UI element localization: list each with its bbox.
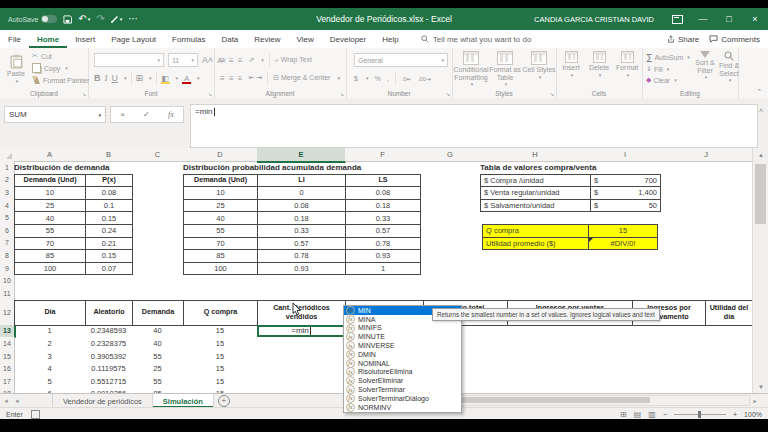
table-cell[interactable]: 0.08 [86, 187, 133, 200]
increase-decimal-icon[interactable]: .0↞ [402, 75, 412, 82]
fill-color-icon[interactable]: ◧ [161, 74, 170, 83]
row-header-5[interactable]: 5 [0, 211, 15, 225]
sim-data-cell[interactable]: 0.2328375 [85, 337, 132, 350]
confirm-entry-button[interactable]: ✓ [143, 110, 150, 119]
row-header-16[interactable]: 16 [0, 362, 15, 376]
formula-bar-collapse-button[interactable]: ˄ [759, 107, 763, 114]
vertical-scroll-thumb[interactable] [755, 164, 766, 224]
autocomplete-item-minute[interactable]: fxMINUTE [344, 332, 461, 341]
pen-button[interactable]: ▾ [111, 15, 123, 23]
ribbon-tab-page-layout[interactable]: Page Layout [103, 30, 164, 48]
sim-header-cell[interactable]: Aleatorio [86, 301, 133, 326]
italic-button[interactable]: I [105, 73, 108, 83]
table-cell[interactable]: 0.33 [258, 225, 346, 238]
row-header-3[interactable]: 3 [0, 186, 15, 200]
clipboard-dialog-launcher[interactable]: ↘ [82, 91, 86, 97]
sim-data-cell[interactable]: 0.2348593 [85, 325, 132, 338]
orientation-icon[interactable]: ⇗ [248, 56, 254, 64]
table-cell[interactable]: 0.33 [346, 212, 421, 225]
row-header-6[interactable]: 6 [0, 224, 15, 238]
insert-function-button[interactable]: fx [168, 110, 174, 119]
align-horizontal-icons[interactable]: ≡ ≡ ≡ [220, 74, 243, 83]
table-cell[interactable]: 0.18 [346, 200, 421, 213]
table-cell[interactable]: 85 [184, 250, 258, 263]
sim-data-cell[interactable]: 15 [183, 362, 257, 375]
clear-button[interactable]: ◆Clear▾ [646, 76, 690, 84]
insert-cells-button[interactable]: Insert▾ [558, 51, 584, 78]
sim-data-cell[interactable]: 1 [14, 325, 85, 338]
minimize-button[interactable]: — [690, 8, 716, 30]
underline-button[interactable]: U [112, 73, 119, 83]
row-header-11[interactable]: 11 [0, 287, 15, 301]
sim-data-cell[interactable]: 15 [183, 350, 257, 363]
table-cell[interactable]: 55 [15, 225, 86, 238]
format-cells-button[interactable]: Format▾ [614, 51, 640, 78]
sim-data-cell[interactable]: 55 [132, 350, 183, 363]
table-cell[interactable]: Demanda (Und) [184, 175, 258, 188]
undo-button[interactable]: ↶▾ [78, 14, 90, 24]
table-cell[interactable]: P(x) [86, 175, 133, 188]
autosum-button[interactable]: ∑AutoSum▾ [646, 52, 690, 62]
sim-data-cell[interactable]: 2 [14, 337, 85, 350]
table-cell[interactable]: 25 [184, 200, 258, 213]
table-cell[interactable]: Q compra [483, 225, 589, 238]
find-select-button[interactable]: Find & Select▾ [714, 51, 744, 84]
font-name-select[interactable]: ▾ [94, 53, 164, 67]
ribbon-tab-developer[interactable]: Developer [322, 30, 374, 48]
vertical-scrollbar[interactable]: ▲ ▼ [752, 148, 768, 393]
autocomplete-item-nominal[interactable]: fxNOMINAL [344, 359, 461, 368]
row-header-7[interactable]: 7 [0, 237, 15, 251]
autocomplete-item-dmin[interactable]: fxDMIN [344, 350, 461, 359]
values-title[interactable]: Tabla de valores compra/venta [480, 161, 596, 174]
formula-input[interactable]: =min [190, 104, 758, 148]
autocomplete-item-norminv[interactable]: fxNORMINV [344, 403, 461, 412]
row-header-15[interactable]: 15 [0, 350, 15, 364]
sheet-tab-vendedor-de-periódicos[interactable]: Vendedor de periódicos [52, 394, 153, 408]
column-header-B[interactable]: B [85, 148, 133, 162]
row-header-1[interactable]: 1 [0, 161, 15, 175]
sim-data-cell[interactable]: 40 [132, 337, 183, 350]
table-cell[interactable]: $ Salvamento/unidad [481, 200, 591, 213]
zoom-out-button[interactable]: − [663, 411, 667, 418]
table-cell[interactable]: 0.18 [258, 212, 346, 225]
align-top-icons[interactable]: ≡ ≡ ≡ [220, 56, 243, 65]
redo-button[interactable]: ↷ [96, 14, 104, 24]
styles-dialog-launcher[interactable]: ↘ [550, 91, 554, 97]
column-header-J[interactable]: J [660, 148, 752, 162]
table-cell[interactable]: LS [346, 175, 421, 188]
merge-center-button[interactable]: ⊟ Merge & Center [273, 74, 330, 82]
row-header-17[interactable]: 17 [0, 375, 15, 389]
wrap-text-button[interactable]: ⤶ Wrap Text [275, 56, 312, 64]
sheet-tab-simulación[interactable]: Simulación [153, 394, 214, 408]
font-dialog-launcher[interactable]: ↘ [208, 91, 212, 97]
table-cell[interactable]: $ Venta regular/unidad [481, 187, 591, 200]
borders-icon[interactable]: ⊞ [136, 73, 144, 83]
table-cell[interactable]: 0.24 [86, 225, 133, 238]
row-header-4[interactable]: 4 [0, 199, 15, 213]
table-cell[interactable]: 0.08 [258, 200, 346, 213]
sim-header-cell[interactable]: Utilidad del día [706, 301, 752, 326]
select-all-corner[interactable] [0, 148, 15, 162]
ribbon-tab-formulas[interactable]: Formulas [164, 30, 213, 48]
row-header-9[interactable]: 9 [0, 262, 15, 276]
table-cell[interactable]: 100 [184, 263, 258, 276]
zoom-slider[interactable] [674, 414, 726, 415]
sim-data-cell[interactable]: 0.3905392 [85, 350, 132, 363]
zoom-in-button[interactable]: + [733, 411, 737, 418]
table-cell[interactable]: 15 [589, 225, 658, 238]
autocomplete-item-solvereliminar[interactable]: fxSolverEliminar [344, 376, 461, 385]
sim-header-cell[interactable]: Demanda [133, 301, 184, 326]
table-cell[interactable]: 0.15 [86, 212, 133, 225]
number-dialog-launcher[interactable]: ↘ [446, 91, 450, 97]
table-cell[interactable]: 0.07 [86, 263, 133, 276]
table-cell[interactable]: 55 [184, 225, 258, 238]
collapse-ribbon-button[interactable]: ⌃ [756, 88, 762, 96]
font-size-select[interactable]: 11▾ [168, 53, 198, 67]
column-header-D[interactable]: D [183, 148, 258, 162]
accounting-format-icon[interactable]: $ [354, 75, 358, 82]
table-cell[interactable]: 0.78 [258, 250, 346, 263]
table-cell[interactable]: $1,400 [591, 187, 661, 200]
table-cell[interactable]: 0.08 [346, 187, 421, 200]
sheet-nav-left-icon[interactable]: ◂ [0, 394, 12, 408]
format-painter-button[interactable]: Format Painter [32, 76, 89, 84]
